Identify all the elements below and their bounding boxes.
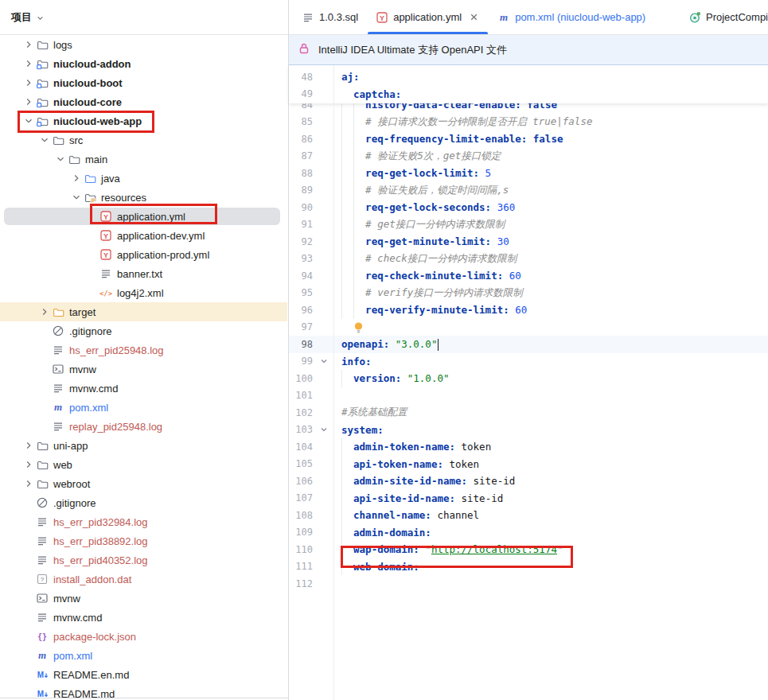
chevron-down-icon[interactable]: [35, 11, 45, 23]
code-line-107[interactable]: 107 api-site-id-name: site-id: [289, 490, 768, 508]
code-line-87[interactable]: 87 # 验证失败5次，get接口锁定: [289, 148, 768, 165]
code-line-96[interactable]: 96 req-verify-minute-limit: 60: [289, 301, 768, 319]
chevron-right-icon[interactable]: [21, 477, 35, 490]
code-line-86[interactable]: 86 req-frequency-limit-enable: false: [289, 130, 768, 148]
tree-item-application-dev-yml[interactable]: Yapplication-dev.yml: [0, 226, 287, 245]
code-line-93[interactable]: 93 # check接口一分钟内请求数限制: [289, 251, 768, 268]
svg-text:{}: {}: [37, 632, 47, 641]
tree-item-niucloud-addon[interactable]: niucloud-addon: [0, 54, 287, 73]
code-text: # verify接口一分钟内请求数限制: [341, 286, 523, 300]
project-tool-window-title[interactable]: 项目: [11, 10, 32, 25]
fold-chevron-icon[interactable]: [313, 356, 335, 366]
tree-item-application-yml[interactable]: Yapplication.yml: [0, 207, 287, 226]
tree-item-mvnw[interactable]: mvnw: [0, 360, 287, 379]
intention-bulb-icon[interactable]: [353, 321, 365, 334]
code-line-95[interactable]: 95 # verify接口一分钟内请求数限制: [289, 285, 768, 302]
tree-item-hs-err-pid25948-log[interactable]: hs_err_pid25948.log: [0, 340, 287, 360]
chevron-down-icon[interactable]: [69, 191, 83, 204]
tree-item-niucloud-web-app[interactable]: niucloud-web-app: [0, 111, 287, 130]
svg-text:Y: Y: [103, 213, 108, 221]
text-icon: [35, 515, 49, 528]
chevron-down-icon[interactable]: [37, 134, 51, 146]
banner-text: IntelliJ IDEA Ultimate 支持 OpenAPI 文件: [318, 43, 507, 57]
tree-item-readme-md[interactable]: MREADME.md: [0, 684, 287, 698]
code-line-49[interactable]: 49 captcha:: [289, 86, 768, 103]
code-line-88[interactable]: 88 req-get-lock-limit: 5: [289, 165, 768, 182]
tab-projectcompi[interactable]: ProjectCompi: [680, 0, 768, 34]
code-text: version: "1.0.0": [341, 372, 449, 384]
tree-item-log4j2-xml[interactable]: </>log4j2.xml: [0, 283, 287, 302]
chevron-right-icon[interactable]: [21, 439, 35, 452]
tree-item-src[interactable]: src: [0, 130, 287, 150]
code-line-111[interactable]: 111 web-domain:: [289, 558, 768, 576]
code-line-100[interactable]: 100 version: "1.0.0": [289, 370, 768, 387]
code-line-98[interactable]: 98openapi: "3.0.0": [289, 336, 768, 353]
code-line-112[interactable]: 112: [289, 575, 768, 593]
code-line-99[interactable]: 99info:: [289, 353, 768, 371]
code-line-89[interactable]: 89 # 验证失败后，锁定时间间隔,s: [289, 182, 768, 200]
tree-item-install-addon-dat[interactable]: ?install_addon.dat: [0, 570, 287, 589]
code-line-101[interactable]: 101: [289, 387, 768, 405]
tree-item--gitignore[interactable]: .gitignore: [0, 321, 287, 340]
code-line-48[interactable]: 48aj:: [289, 68, 768, 86]
chevron-right-icon[interactable]: [37, 305, 51, 318]
code-line-94[interactable]: 94 req-check-minute-limit: 60: [289, 267, 768, 285]
line-number: 91: [289, 219, 313, 230]
code-line-105[interactable]: 105 api-token-name: token: [289, 456, 768, 473]
close-tab-icon[interactable]: [468, 11, 480, 23]
tree-item-java[interactable]: java: [0, 169, 287, 188]
chevron-right-icon[interactable]: [21, 458, 35, 471]
tree-item-target[interactable]: target: [0, 302, 287, 321]
tree-item-niucloud-core[interactable]: niucloud-core: [0, 92, 287, 111]
tab-application-yml[interactable]: Yapplication.yml: [367, 0, 489, 34]
line-number: 89: [289, 185, 313, 196]
fold-chevron-icon[interactable]: [313, 425, 335, 434]
tree-item-readme-en-md[interactable]: MREADME.en.md: [0, 665, 287, 684]
tree-item-application-prod-yml[interactable]: Yapplication-prod.yml: [0, 245, 287, 264]
code-line-97[interactable]: 97: [289, 319, 768, 336]
tree-item-hs-err-pid40352-log[interactable]: hs_err_pid40352.log: [0, 550, 287, 570]
code-line-85[interactable]: 85 # 接口请求次数一分钟限制是否开启 true|false: [289, 114, 768, 131]
tree-item-pom-xml[interactable]: mpom.xml: [0, 398, 287, 417]
tree-item-web[interactable]: web: [0, 455, 287, 474]
tree-item-hs-err-pid38892-log[interactable]: hs_err_pid38892.log: [0, 531, 287, 550]
code-line-108[interactable]: 108 channel-name: channel: [289, 507, 768, 524]
tree-item-mvnw[interactable]: mvnw: [0, 589, 287, 608]
chevron-right-icon[interactable]: [21, 95, 35, 108]
chevron-down-icon[interactable]: [53, 153, 67, 165]
chevron-down-icon[interactable]: [21, 115, 35, 127]
code-line-109[interactable]: 109 admin-domain:: [289, 524, 768, 542]
tab-1-0-3-sql[interactable]: 1.0.3.sql: [293, 0, 367, 34]
tree-item-mvnw-cmd[interactable]: mvnw.cmd: [0, 608, 287, 627]
tree-item-label: README.en.md: [53, 669, 129, 681]
tree-item-uni-app[interactable]: uni-app: [0, 436, 287, 455]
tree-item-main[interactable]: main: [0, 150, 287, 169]
tree-item-package-lock-json[interactable]: {}package-lock.json: [0, 627, 287, 646]
chevron-right-icon[interactable]: [21, 38, 35, 51]
tree-item-label: mvnw.cmd: [69, 383, 118, 395]
tree-item-hs-err-pid32984-log[interactable]: hs_err_pid32984.log: [0, 512, 287, 531]
tree-item-banner-txt[interactable]: banner.txt: [0, 264, 287, 283]
tree-item-resources[interactable]: resources: [0, 188, 287, 207]
code-line-92[interactable]: 92 req-get-minute-limit: 30: [289, 233, 768, 251]
code-editor[interactable]: 84 history-data-clear-enable: false85 # …: [289, 65, 768, 700]
tree-item-mvnw-cmd[interactable]: mvnw.cmd: [0, 379, 287, 398]
tab-pom-xml-niucloud-web-app-[interactable]: mpom.xml (niucloud-web-app): [489, 0, 654, 34]
chevron-right-icon[interactable]: [21, 57, 35, 70]
code-line-91[interactable]: 91 # get接口一分钟内请求数限制: [289, 216, 768, 234]
chevron-right-icon[interactable]: [21, 76, 35, 89]
svg-text:?: ?: [41, 576, 45, 583]
code-line-102[interactable]: 102#系统基础配置: [289, 404, 768, 422]
code-line-110[interactable]: 110 wap-domain: "http://localhost:5174": [289, 541, 768, 558]
code-line-90[interactable]: 90 req-get-lock-seconds: 360: [289, 199, 768, 216]
tree-item--gitignore[interactable]: .gitignore: [0, 493, 287, 512]
code-line-103[interactable]: 103system:: [289, 422, 768, 439]
code-line-104[interactable]: 104 admin-token-name: token: [289, 438, 768, 456]
code-line-106[interactable]: 106 admin-site-id-name: site-id: [289, 472, 768, 490]
tree-item-pom-xml[interactable]: mpom.xml: [0, 646, 287, 665]
tree-item-niucloud-boot[interactable]: niucloud-boot: [0, 73, 287, 92]
chevron-right-icon[interactable]: [69, 172, 83, 185]
tree-item-logs[interactable]: logs: [0, 35, 287, 54]
tree-item-replay-pid25948-log[interactable]: replay_pid25948.log: [0, 417, 287, 436]
tree-item-webroot[interactable]: webroot: [0, 474, 287, 493]
